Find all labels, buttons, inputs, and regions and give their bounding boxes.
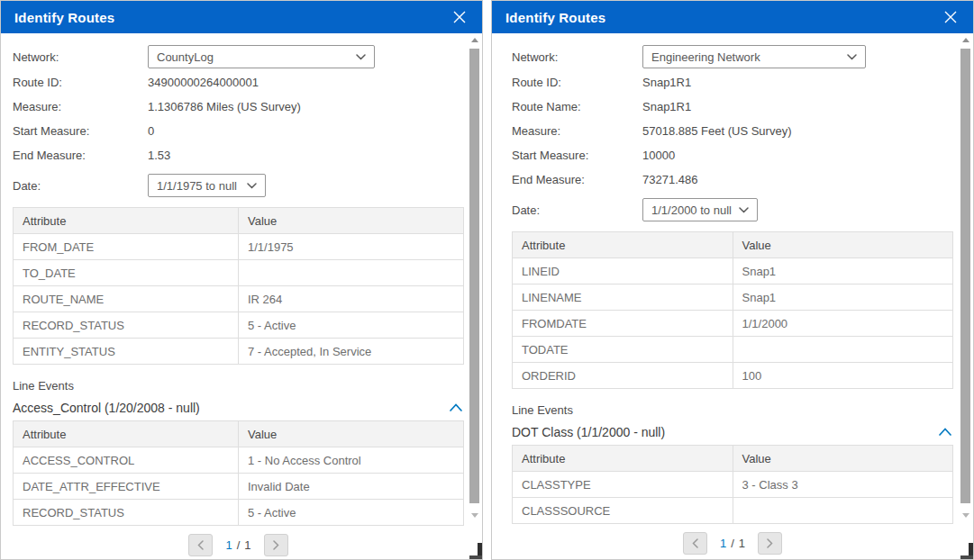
value-column-header: Value: [733, 446, 953, 472]
next-page-button[interactable]: [264, 534, 288, 556]
scroll-up-arrow-icon[interactable]: [962, 38, 969, 42]
route-id-label: Route ID:: [13, 76, 148, 89]
resize-grip[interactable]: [469, 543, 482, 559]
scrollbar-thumb[interactable]: [469, 49, 479, 503]
next-page-button[interactable]: [758, 532, 782, 555]
value-cell: 1 - No Access Control: [239, 447, 464, 474]
chevron-down-icon: [739, 207, 749, 213]
attribute-cell: RECORD_STATUS: [14, 312, 239, 339]
field-measure: Measure: 57018.885 Feet (US Survey): [512, 119, 953, 143]
end-measure-label: End Measure:: [13, 149, 148, 162]
table-row: ENTITY_STATUS 7 - Accepted, In Service: [14, 339, 464, 365]
chevron-right-icon: [767, 538, 773, 548]
attribute-column-header: Attribute: [513, 446, 733, 472]
route-name-value: Snap1R1: [642, 100, 691, 113]
attribute-cell: ENTITY_STATUS: [14, 339, 239, 365]
dialog-titlebar[interactable]: Identify Routes: [1, 1, 482, 33]
close-icon: [452, 10, 467, 24]
table-row: FROM_DATE 1/1/1975: [14, 234, 464, 260]
page-indicator: 1 / 1: [225, 538, 250, 552]
measure-label: Measure:: [512, 124, 642, 138]
value-cell: Snap1: [733, 285, 953, 311]
event-attributes-table: Attribute Value ACCESS_CONTROL 1 - No Ac…: [13, 420, 464, 526]
chevron-down-icon: [356, 54, 366, 60]
chevron-down-icon: [847, 54, 857, 60]
line-events-label: Line Events: [13, 379, 464, 393]
resize-grip[interactable]: [960, 543, 973, 559]
collapse-section-button[interactable]: [448, 399, 464, 416]
prev-page-button[interactable]: [188, 534, 213, 556]
route-attributes-table: Attribute Value FROM_DATE 1/1/1975 TO_DA…: [13, 207, 464, 365]
total-pages: 1: [244, 538, 250, 552]
table-row: LINENAME Snap1: [513, 285, 953, 311]
attribute-cell: RECORD_STATUS: [14, 500, 239, 526]
value-cell: 7 - Accepted, In Service: [239, 339, 464, 365]
route-id-value: Snap1R1: [642, 76, 691, 89]
chevron-up-icon: [939, 428, 951, 436]
value-cell: [733, 337, 953, 363]
measure-value: 1.1306786 Miles (US Survey): [148, 100, 301, 113]
attribute-column-header: Attribute: [14, 421, 239, 447]
identify-routes-dialog-left: Identify Routes Network: CountyLog Route…: [0, 0, 483, 560]
scroll-up-arrow-icon[interactable]: [471, 38, 478, 42]
attribute-cell: CLASSSOURCE: [513, 498, 733, 524]
end-measure-label: End Measure:: [512, 173, 642, 186]
value-column-header: Value: [733, 232, 953, 258]
attribute-column-header: Attribute: [14, 208, 239, 234]
value-cell: [733, 498, 953, 524]
start-measure-label: Start Measure:: [13, 124, 148, 138]
field-date: Date: 1/1/1975 to null: [13, 172, 464, 199]
identify-routes-dialog-right: Identify Routes Network: Engineering Net…: [491, 0, 974, 560]
attribute-cell: TO_DATE: [14, 260, 239, 286]
table-row: TODATE: [513, 337, 953, 363]
dialog-title: Identify Routes: [505, 10, 605, 25]
network-select-value: Engineering Network: [651, 50, 760, 64]
prev-page-button[interactable]: [683, 532, 707, 555]
dialog-titlebar[interactable]: Identify Routes: [492, 1, 973, 33]
scroll-down-arrow-icon[interactable]: [962, 513, 969, 518]
table-row: RECORD_STATUS 5 - Active: [14, 500, 464, 526]
close-button[interactable]: [451, 8, 469, 26]
attribute-cell: LINENAME: [513, 285, 733, 311]
table-row: RECORD_STATUS 5 - Active: [14, 312, 464, 339]
value-cell: 5 - Active: [239, 500, 464, 526]
page-separator: /: [237, 538, 241, 552]
date-select-value: 1/1/1975 to null: [157, 179, 237, 193]
date-select[interactable]: 1/1/1975 to null: [148, 174, 266, 197]
value-cell: IR 264: [239, 286, 464, 312]
value-cell: 1/1/2000: [733, 311, 953, 337]
date-select[interactable]: 1/1/2000 to null: [642, 198, 758, 221]
value-column-header: Value: [239, 208, 464, 234]
table-header-row: Attribute Value: [14, 208, 464, 234]
value-cell: 100: [733, 363, 953, 389]
collapse-section-button[interactable]: [937, 423, 953, 440]
network-select[interactable]: Engineering Network: [642, 45, 866, 68]
table-header-row: Attribute Value: [14, 421, 464, 447]
table-row: ROUTE_NAME IR 264: [14, 286, 464, 312]
field-start-measure: Start Measure: 0: [13, 119, 464, 143]
dialog-body: Network: CountyLog Route ID: 34900000264…: [1, 34, 466, 557]
table-row: ORDERID 100: [513, 363, 953, 389]
table-header-row: Attribute Value: [513, 232, 953, 258]
attribute-cell: ROUTE_NAME: [14, 286, 239, 312]
field-network: Network: CountyLog: [13, 43, 464, 70]
table-row: ACCESS_CONTROL 1 - No Access Control: [14, 447, 464, 474]
field-route-id: Route ID: 34900000264000001: [13, 70, 464, 95]
scrollbar-thumb[interactable]: [960, 49, 970, 503]
line-events-label: Line Events: [512, 403, 953, 417]
table-row: DATE_ATTR_EFFECTIVE Invalid Date: [14, 474, 464, 500]
network-select-value: CountyLog: [157, 50, 214, 64]
table-row: TO_DATE: [14, 260, 464, 286]
attribute-cell: CLASSTYPE: [513, 472, 733, 498]
field-start-measure: Start Measure: 10000: [512, 143, 953, 167]
event-attributes-table: Attribute Value CLASSTYPE 3 - Class 3 CL…: [512, 445, 953, 524]
route-id-value: 34900000264000001: [148, 76, 259, 89]
network-select[interactable]: CountyLog: [148, 45, 375, 68]
close-button[interactable]: [942, 8, 960, 26]
value-cell: Invalid Date: [239, 474, 464, 500]
attribute-cell: LINEID: [513, 258, 733, 285]
scroll-down-arrow-icon[interactable]: [471, 513, 478, 518]
field-route-id: Route ID: Snap1R1: [512, 70, 953, 95]
workspace: Identify Routes Network: CountyLog Route…: [0, 0, 974, 560]
date-label: Date:: [13, 179, 148, 193]
